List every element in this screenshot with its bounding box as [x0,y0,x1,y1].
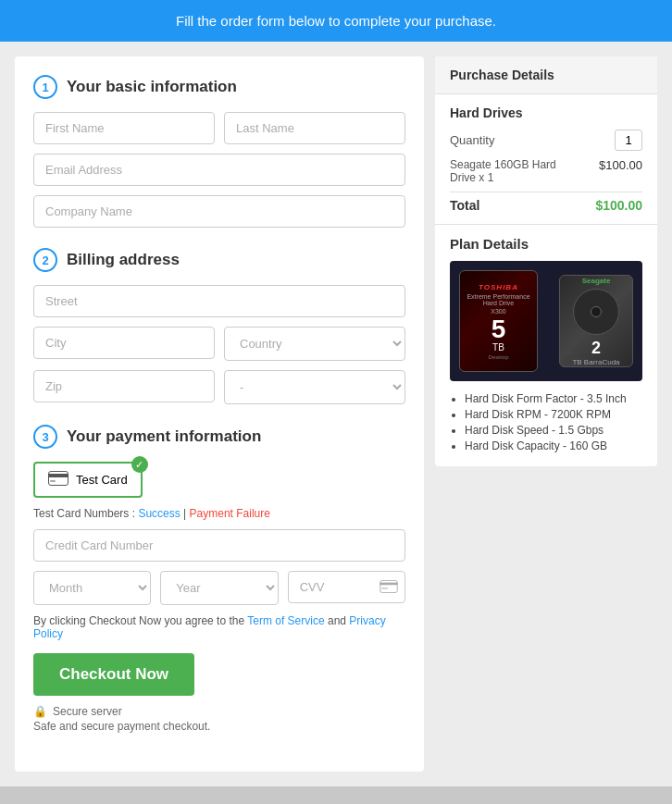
product-type: Hard Drives [450,105,642,120]
payment-failure-link[interactable]: Payment Failure [190,507,270,520]
svg-rect-3 [380,580,397,592]
svg-rect-5 [381,587,388,588]
city-field [33,327,215,361]
cc-field [33,529,405,562]
section2-number: 2 [33,248,57,272]
month-select[interactable]: Month [33,571,151,605]
street-field [33,285,405,317]
drive-right-size: 2 [591,339,601,358]
card-check-icon: ✓ [131,456,148,473]
section1-title: Your basic information [67,78,237,96]
drive-left-brand: TOSHIBA [479,283,518,291]
drive-desktop: Desktop [488,354,508,360]
agreement-text: By clicking Checkout Now you agree to th… [33,614,405,640]
city-country-row: Country [33,327,405,361]
street-row [33,285,405,317]
city-input[interactable] [33,327,215,359]
cc-row [33,529,405,562]
main-content: 1 Your basic information [0,42,672,786]
street-input[interactable] [33,285,405,317]
month-field: Month [33,571,151,605]
success-link[interactable]: Success [138,507,180,520]
drive-left-size: 5 [492,316,506,342]
svg-rect-0 [49,472,68,486]
banner-text: Fill the order form below to complete yo… [176,13,496,29]
total-label: Total [450,198,479,213]
right-panel: Purchase Details Hard Drives Quantity 1 … [435,56,657,466]
spec-item: Hard Disk Form Factor - 3.5 Inch [465,392,642,405]
secure-info: 🔒 Secure server [33,705,405,718]
name-row [33,112,405,144]
section-basic-info: 1 Your basic information [33,75,405,228]
section-payment: 3 Your payment information Test Card ✓ [33,425,405,733]
section-billing: 2 Billing address Country [33,248,405,404]
total-row: Total $100.00 [450,192,642,213]
company-field [33,195,405,228]
cvv-card-icon [380,580,398,597]
quantity-row: Quantity 1 [450,130,642,151]
plan-details-section: Plan Details TOSHIBA Extreme Performance… [435,225,657,466]
section3-title: Your payment information [67,427,261,446]
plan-title: Plan Details [450,236,642,252]
quantity-value: 1 [615,130,642,151]
zip-state-row: - [33,370,405,404]
section2-title: Billing address [67,251,180,269]
company-row [33,195,405,228]
drive-right-brand: Seagate [582,277,611,285]
section1-header: 1 Your basic information [33,75,405,99]
drive-left-unit: TB [492,342,504,353]
drive-right-disk [573,289,619,335]
spec-item: Hard Disk RPM - 7200K RPM [465,408,642,421]
email-input[interactable] [33,154,405,186]
drive-model: X300 [491,308,505,315]
safe-text: Safe and secure payment checkout. [33,720,405,733]
email-row [33,154,405,186]
section2-header: 2 Billing address [33,248,405,272]
page-wrapper: Fill the order form below to complete yo… [0,0,672,786]
product-row: Seagate 160GB Hard Drive x 1 $100.00 [450,158,642,184]
email-field [33,154,405,186]
card-option[interactable]: Test Card ✓ [33,462,143,498]
cc-input[interactable] [33,529,405,562]
product-name: Seagate 160GB Hard Drive x 1 [450,158,579,184]
purchase-details-header: Purchase Details [435,56,657,94]
country-select[interactable]: Country [224,327,405,361]
year-field: Year [160,571,278,605]
state-select[interactable]: - [224,370,405,404]
specs-list: Hard Disk Form Factor - 3.5 InchHard Dis… [450,392,642,452]
company-input[interactable] [33,195,405,228]
svg-rect-1 [48,474,68,477]
drive-left: TOSHIBA Extreme PerformanceHard Drive X3… [459,270,538,372]
section3-header: 3 Your payment information [33,425,405,449]
top-banner: Fill the order form below to complete yo… [0,0,672,42]
agreement-before: By clicking Checkout Now you agree to th… [33,614,244,627]
agreement-and: and [328,614,346,627]
test-card-label: Test Card Numbers : [33,507,135,520]
purchase-section: Hard Drives Quantity 1 Seagate 160GB Har… [435,94,657,225]
last-name-input[interactable] [224,112,405,144]
test-card-numbers: Test Card Numbers : Success | Payment Fa… [33,507,405,520]
first-name-input[interactable] [33,112,215,144]
expiry-cvv-row: Month Year [33,571,405,605]
svg-rect-2 [50,480,56,482]
state-field: - [224,370,405,404]
year-select[interactable]: Year [160,571,278,605]
tos-link[interactable]: Term of Service [247,614,324,627]
spec-item: Hard Disk Speed - 1.5 Gbps [465,424,642,437]
card-label: Test Card [76,473,128,487]
zip-input[interactable] [33,370,215,402]
product-price: $100.00 [599,158,642,172]
first-name-field [33,112,215,144]
drive-right: Seagate 2 TB BarraCuda [559,275,633,367]
secure-server-text: Secure server [53,705,122,718]
section3-number: 3 [33,425,57,449]
quantity-label: Quantity [450,133,494,147]
hard-drive-image: TOSHIBA Extreme PerformanceHard Drive X3… [450,261,642,381]
last-name-field [224,112,405,144]
svg-rect-4 [380,582,397,585]
left-panel: 1 Your basic information [15,56,424,772]
spec-item: Hard Disk Capacity - 160 GB [465,439,642,452]
drive-right-unit: TB BarraCuda [572,358,619,366]
checkout-button[interactable]: Checkout Now [33,653,194,696]
section1-number: 1 [33,75,57,99]
